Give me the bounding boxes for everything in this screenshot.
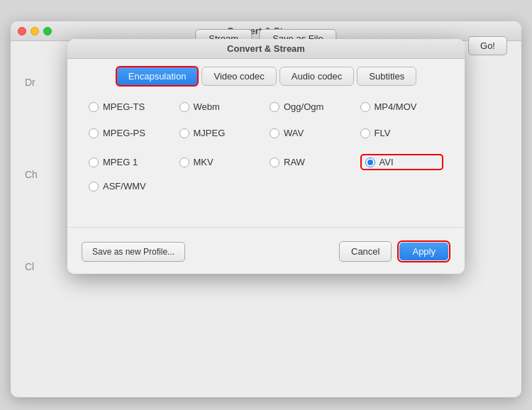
go-button[interactable]: Go! [468,36,507,55]
tab-encapsulation[interactable]: Encapsulation [116,66,199,87]
radio-circle-mpeg-ps [89,128,99,138]
radio-flv[interactable]: FLV [360,128,444,138]
bg-label-cl: Cl [25,261,34,272]
radio-circle-mkv [179,157,189,167]
maximize-dot [43,27,52,35]
radio-last-row: ASF/WMV [67,181,465,206]
radio-asf-wmv[interactable]: ASF/WMV [89,181,443,192]
minimize-dot [31,27,39,35]
modal-body: Encapsulation Video codec Audio codec Su… [67,59,465,274]
footer-right-buttons: Cancel Apply [339,240,450,262]
radio-mpeg1[interactable]: MPEG 1 [89,154,172,170]
radio-circle-mpeg1 [89,157,99,167]
radio-circle-wav [270,128,279,138]
cancel-button[interactable]: Cancel [339,241,392,262]
radio-circle-webm [179,102,189,112]
apply-button[interactable]: Apply [399,243,448,260]
radio-circle-asf-wmv [89,182,99,192]
tab-subtitles[interactable]: Subtitles [357,67,416,86]
radio-label-flv: FLV [375,128,391,138]
radio-label-webm: Webm [194,101,220,112]
radio-label-mpeg-ts: MPEG-TS [103,101,145,112]
bg-label-dr: Dr [25,77,35,88]
radio-circle-mpeg-ts [89,102,99,112]
radio-label-wav: WAV [284,128,304,138]
radio-circle-raw [270,157,279,167]
tab-audio-codec[interactable]: Audio codec [279,67,355,86]
radio-raw[interactable]: RAW [270,154,353,170]
radio-avi[interactable]: AVI [360,154,444,170]
convert-stream-dialog: Convert & Stream Encapsulation Video cod… [67,39,465,274]
radio-wav[interactable]: WAV [270,128,353,138]
radio-label-raw: RAW [284,157,305,167]
radio-mkv[interactable]: MKV [179,154,263,170]
radio-mjpeg[interactable]: MJPEG [179,128,263,138]
radio-label-mkv: MKV [194,157,214,167]
close-dot [18,27,26,35]
modal-footer: Save as new Profile... Cancel Apply [67,227,465,274]
save-profile-button[interactable]: Save as new Profile... [82,242,185,262]
radio-label-ogg-ogm: Ogg/Ogm [284,101,323,112]
bg-label-ch: Ch [25,169,38,180]
radio-label-avi: AVI [379,157,394,167]
spacer [67,206,465,227]
tab-video-codec[interactable]: Video codec [201,67,276,86]
radio-mp4-mov[interactable]: MP4/MOV [360,101,444,112]
tabs-bar: Encapsulation Video codec Audio codec Su… [67,59,465,91]
radio-ogg-ogm[interactable]: Ogg/Ogm [270,101,353,112]
radio-webm[interactable]: Webm [179,101,263,112]
modal-titlebar: Convert & Stream [67,39,465,59]
radio-label-asf-wmv: ASF/WMV [103,181,146,192]
radio-mpeg-ps[interactable]: MPEG-PS [89,128,172,138]
radio-label-mpeg-ps: MPEG-PS [103,128,145,138]
radio-label-mp4-mov: MP4/MOV [375,101,417,112]
radio-mpeg-ts[interactable]: MPEG-TS [89,101,172,112]
radio-circle-avi [365,157,375,167]
radio-circle-flv [360,128,370,138]
radio-circle-mp4-mov [360,102,370,112]
radio-label-mpeg1: MPEG 1 [103,157,138,167]
encapsulation-options-grid: MPEG-TS Webm Ogg/Ogm MP4/MOV MPEG-PS [67,91,465,177]
radio-circle-ogg-ogm [270,102,279,112]
apply-btn-wrapper: Apply [397,240,450,262]
radio-label-mjpeg: MJPEG [194,128,226,138]
radio-circle-mjpeg [179,128,189,138]
modal-title: Convert & Stream [227,43,305,54]
window-controls [18,27,52,35]
